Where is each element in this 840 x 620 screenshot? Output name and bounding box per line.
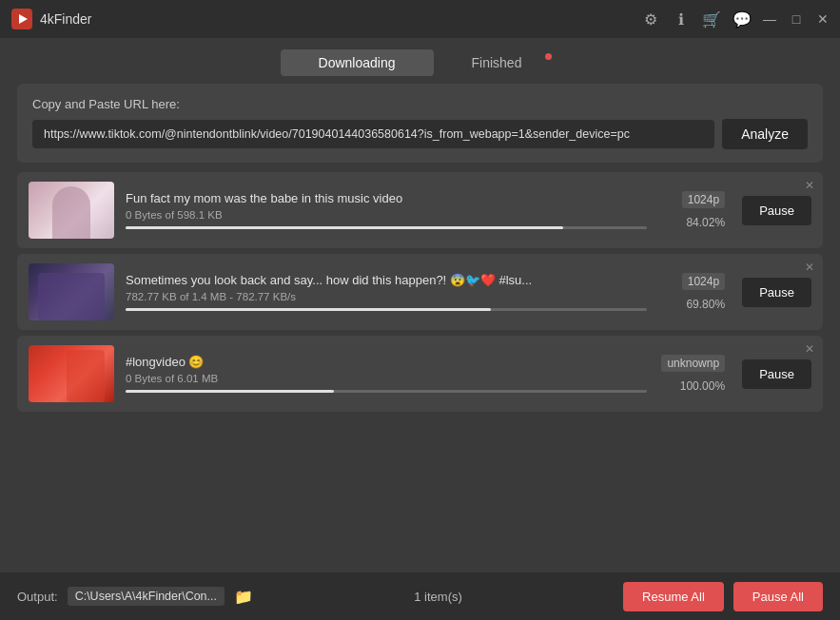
chat-icon[interactable]: 💬 (733, 10, 751, 28)
progress-bg-1 (126, 226, 647, 229)
gear-icon[interactable]: ⚙ (642, 10, 659, 28)
item-size-3: 0 Bytes of 6.01 MB (126, 373, 647, 384)
progress-bg-2 (126, 308, 647, 311)
item-count: 1 item(s) (263, 590, 614, 604)
minimize-button[interactable]: — (764, 13, 775, 25)
thumbnail-1 (29, 182, 114, 239)
item-info-1: Fun fact my mom was the babe in this mus… (126, 191, 647, 229)
progress-fill-2 (126, 308, 491, 311)
url-row: Analyze (32, 119, 808, 149)
download-item-2: Sometimes you look back and say... how d… (17, 254, 823, 330)
analyze-button[interactable]: Analyze (722, 119, 808, 149)
resume-all-button[interactable]: Resume All (623, 582, 724, 611)
tab-finished[interactable]: Finished (434, 49, 560, 76)
item-title-3: #longvideo 😊 (126, 355, 647, 369)
close-icon-2[interactable]: ✕ (802, 260, 817, 275)
item-title-2: Sometimes you look back and say... how d… (126, 273, 647, 287)
item-quality-2: 1024p (682, 273, 725, 290)
item-info-3: #longvideo 😊 0 Bytes of 6.01 MB (126, 355, 647, 393)
app-title: 4kFinder (40, 11, 91, 27)
url-input[interactable] (32, 120, 714, 148)
folder-icon[interactable]: 📁 (234, 588, 253, 606)
thumbnail-3 (29, 345, 114, 402)
tab-downloading[interactable]: Downloading (281, 49, 434, 76)
close-button[interactable]: ✕ (817, 13, 829, 25)
pause-button-3[interactable]: Pause (742, 359, 811, 389)
close-icon-3[interactable]: ✕ (802, 341, 817, 357)
item-size-2: 782.77 KB of 1.4 MB - 782.77 KB/s (126, 291, 647, 302)
output-path[interactable]: C:\Users\A\4kFinder\Con... (68, 587, 225, 606)
title-bar: 4kFinder ⚙ ℹ 🛒 💬 — □ ✕ (0, 0, 840, 38)
item-quality-1: 1024p (682, 191, 725, 208)
pause-button-1[interactable]: Pause (742, 196, 811, 225)
url-label: Copy and Paste URL here: (32, 97, 808, 111)
close-icon-1[interactable]: ✕ (802, 178, 817, 193)
item-right-1: 1024p 84.02% (658, 191, 725, 229)
item-size-1: 0 Bytes of 598.1 KB (126, 209, 647, 221)
info-icon[interactable]: ℹ (673, 10, 690, 28)
progress-fill-3 (126, 390, 334, 393)
maximize-button[interactable]: □ (791, 13, 802, 25)
item-right-3: unknownp 100.00% (658, 355, 725, 393)
download-item-3: #longvideo 😊 0 Bytes of 6.01 MB unknownp… (17, 336, 823, 412)
progress-fill-1 (126, 226, 563, 229)
title-bar-right: ⚙ ℹ 🛒 💬 — □ ✕ (642, 10, 829, 28)
thumbnail-2 (29, 263, 114, 320)
cart-icon[interactable]: 🛒 (703, 10, 720, 28)
downloads-list: Fun fact my mom was the babe in this mus… (17, 172, 823, 412)
bottom-bar: Output: C:\Users\A\4kFinder\Con... 📁 1 i… (0, 572, 840, 620)
finished-dot (545, 53, 552, 60)
item-percent-1: 84.02% (686, 216, 725, 229)
pause-button-2[interactable]: Pause (742, 278, 811, 307)
app-logo (11, 9, 32, 29)
output-label: Output: (17, 590, 58, 604)
url-section: Copy and Paste URL here: Analyze (17, 84, 823, 163)
item-quality-3: unknownp (661, 355, 725, 372)
item-title-1: Fun fact my mom was the babe in this mus… (126, 191, 647, 205)
item-percent-3: 100.00% (680, 379, 725, 393)
tab-bar: Downloading Finished (0, 38, 840, 84)
item-percent-2: 69.80% (686, 298, 725, 311)
title-bar-left: 4kFinder (11, 9, 91, 29)
progress-bg-3 (126, 390, 647, 393)
window-controls: — □ ✕ (764, 13, 829, 25)
item-right-2: 1024p 69.80% (658, 273, 725, 311)
download-item-1: Fun fact my mom was the babe in this mus… (17, 172, 823, 248)
item-info-2: Sometimes you look back and say... how d… (126, 273, 647, 311)
pause-all-button[interactable]: Pause All (733, 582, 823, 611)
